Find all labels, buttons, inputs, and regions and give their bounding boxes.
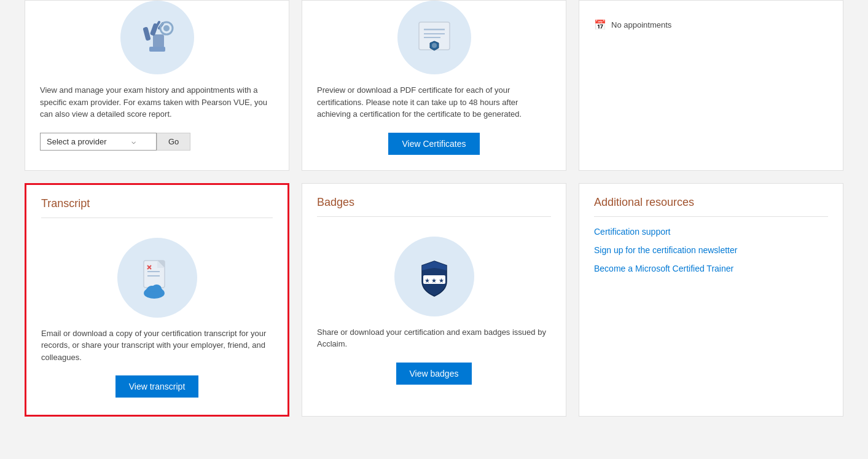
certification-support-link[interactable]: Certification support [594, 227, 828, 237]
exam-icon-area [40, 1, 274, 84]
exam-history-card: View and manage your exam history and ap… [25, 0, 289, 171]
svg-point-7 [163, 25, 170, 31]
svg-point-12 [432, 43, 437, 48]
transcript-icon [133, 253, 182, 302]
appointments-card: 📅 No appointments [579, 0, 843, 171]
no-appointments-row: 📅 No appointments [594, 19, 828, 31]
svg-rect-5 [149, 47, 165, 52]
svg-text:★ ★ ★: ★ ★ ★ [424, 277, 444, 284]
badges-title: Badges [317, 196, 551, 217]
badge-icon: ★ ★ ★ [410, 252, 459, 301]
badges-icon-circle: ★ ★ ★ [394, 237, 474, 316]
no-appointments-label: No appointments [611, 20, 671, 29]
calendar-icon: 📅 [594, 19, 606, 31]
certificates-card: Preview or download a PDF certificate fo… [302, 0, 566, 171]
go-button[interactable]: Go [157, 133, 190, 151]
provider-select-label: Select a provider [47, 137, 107, 146]
provider-select[interactable]: Select a provider ⌵ [40, 133, 157, 151]
badges-card: Badges ★ ★ ★ Share or down [302, 183, 566, 417]
cards-grid: View and manage your exam history and ap… [25, 0, 843, 417]
page-container: View and manage your exam history and ap… [0, 0, 868, 459]
transcript-icon-area [41, 226, 273, 328]
exam-icon-circle [120, 1, 194, 74]
cert-icon-circle [397, 1, 471, 74]
transcript-title: Transcript [41, 197, 273, 218]
newsletter-link[interactable]: Sign up for the certification newsletter [594, 245, 828, 255]
view-certificates-button[interactable]: View Certificates [388, 133, 479, 155]
cert-icon-area [317, 1, 551, 84]
badges-description: Share or download your certification and… [317, 326, 551, 350]
transcript-card: Transcript [25, 183, 289, 417]
additional-resources-title: Additional resources [594, 196, 828, 217]
robot-arm-icon [136, 16, 179, 59]
provider-row: Select a provider ⌵ Go [40, 133, 274, 151]
cert-description: Preview or download a PDF certificate fo… [317, 84, 551, 120]
transcript-icon-circle [117, 238, 197, 318]
view-badges-button[interactable]: View badges [396, 363, 472, 385]
certificate-icon [413, 19, 456, 56]
view-transcript-button[interactable]: View transcript [115, 375, 199, 398]
svg-rect-0 [153, 34, 164, 48]
transcript-description: Email or download a copy of your certifi… [41, 328, 273, 364]
additional-resources-card: Additional resources Certification suppo… [579, 183, 843, 417]
additional-links-list: Certification support Sign up for the ce… [594, 227, 828, 273]
exam-description: View and manage your exam history and ap… [40, 84, 274, 120]
chevron-down-icon: ⌵ [131, 137, 136, 146]
badges-icon-area: ★ ★ ★ [317, 224, 551, 326]
svg-point-25 [146, 291, 163, 299]
svg-rect-1 [143, 26, 151, 41]
certified-trainer-link[interactable]: Become a Microsoft Certified Trainer [594, 264, 828, 273]
